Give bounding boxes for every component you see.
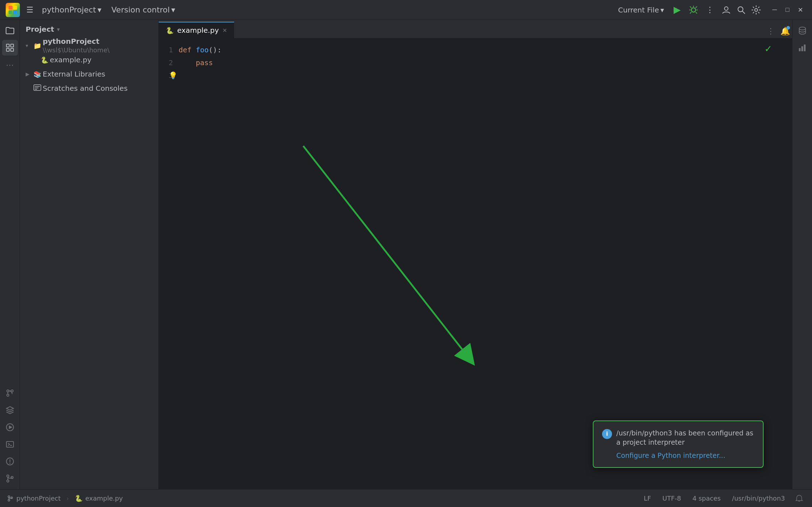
activity-git-icon[interactable] xyxy=(2,385,18,401)
minimize-button[interactable]: ─ xyxy=(769,4,781,16)
vcs-menu[interactable]: Version control ▾ xyxy=(108,4,179,16)
tab-example-py[interactable]: 🐍 example.py ✕ xyxy=(159,22,234,38)
line-numbers: 1 2 3 xyxy=(159,38,179,489)
activity-run-icon[interactable] xyxy=(2,419,18,435)
svg-rect-27 xyxy=(804,45,806,51)
folder-icon: 📁 xyxy=(33,42,41,49)
code-line-1: def foo(): xyxy=(179,43,792,56)
tooltip-message-text: /usr/bin/python3 has been configured as … xyxy=(616,428,754,447)
svg-point-7 xyxy=(755,9,758,11)
settings-icon-button[interactable] xyxy=(749,3,763,17)
project-menu[interactable]: pythonProject ▾ xyxy=(38,4,105,16)
svg-point-14 xyxy=(7,394,9,396)
svg-point-28 xyxy=(8,496,10,497)
svg-point-24 xyxy=(799,27,806,30)
titlebar-actions xyxy=(719,3,763,17)
svg-point-4 xyxy=(691,8,696,12)
main-layout: ⋯ xyxy=(0,20,812,489)
svg-point-20 xyxy=(7,480,9,482)
code-editor[interactable]: 1 2 3 def foo(): pass 💡 ✓ xyxy=(159,38,792,489)
status-file-name: example.py xyxy=(85,495,123,502)
tooltip-configure-link[interactable]: Configure a Python interpreter... xyxy=(602,451,725,459)
activity-more-icon[interactable]: ⋯ xyxy=(2,57,18,73)
right-stats-icon[interactable] xyxy=(795,40,810,56)
git-branch-icon xyxy=(7,495,14,502)
tab-close-icon[interactable]: ✕ xyxy=(222,27,227,34)
editor-tabs: 🐍 example.py ✕ ⋮ 🔔 xyxy=(159,20,792,38)
svg-rect-10 xyxy=(6,48,9,51)
status-encoding[interactable]: UTF-8 xyxy=(660,494,684,503)
notification-bell-button[interactable]: 🔔 xyxy=(778,24,792,38)
svg-rect-8 xyxy=(6,44,9,47)
func-name: foo xyxy=(196,43,209,56)
app-logo xyxy=(6,3,20,17)
tree-item-pythonproject[interactable]: ▾ 📁 pythonProject \\wsl$\Ubuntu\home\ xyxy=(20,38,158,53)
sidebar: Project ▾ ▾ 📁 pythonProject \\wsl$\Ubunt… xyxy=(20,20,159,489)
editor-area: 🐍 example.py ✕ ⋮ 🔔 1 2 3 def foo(): xyxy=(159,20,792,489)
tree-item-external-libs[interactable]: ▶ 📚 External Libraries xyxy=(20,67,158,81)
activity-branches-icon[interactable] xyxy=(2,471,18,486)
paren: (): xyxy=(209,43,221,56)
svg-rect-1 xyxy=(13,6,17,10)
svg-point-5 xyxy=(724,7,728,10)
tree-item-scratches[interactable]: Scratches and Consoles xyxy=(20,81,158,95)
status-bar: pythonProject › 🐍 example.py LF UTF-8 4 … xyxy=(0,489,812,507)
activity-project-icon[interactable] xyxy=(2,40,18,56)
status-indent[interactable]: 4 spaces xyxy=(690,494,723,503)
activity-folders-icon[interactable] xyxy=(2,23,18,38)
sidebar-tree: ▾ 📁 pythonProject \\wsl$\Ubuntu\home\ 🐍 … xyxy=(20,38,158,489)
keyword-def: def xyxy=(179,43,191,56)
run-config-selector[interactable]: Current File ▾ xyxy=(615,4,668,16)
activity-layers-icon[interactable] xyxy=(2,402,18,418)
sidebar-title: Project xyxy=(26,25,54,33)
svg-rect-2 xyxy=(9,10,12,14)
right-database-icon[interactable] xyxy=(795,23,810,38)
scratches-icon xyxy=(33,84,41,92)
status-project-name: pythonProject xyxy=(16,495,61,502)
status-project[interactable]: pythonProject xyxy=(7,495,61,502)
keyword-pass: pass xyxy=(196,56,213,69)
svg-point-18 xyxy=(9,463,10,464)
svg-rect-25 xyxy=(799,48,801,51)
debug-button[interactable] xyxy=(687,3,700,17)
tree-arrow-icon: ▾ xyxy=(26,43,32,48)
library-icon: 📚 xyxy=(33,70,41,78)
code-line-3: 💡 xyxy=(179,69,792,82)
activity-bar: ⋯ xyxy=(0,20,20,489)
status-file[interactable]: 🐍 example.py xyxy=(75,495,123,502)
tooltip-info-icon: i xyxy=(602,429,612,439)
hamburger-menu-icon[interactable]: ☰ xyxy=(24,3,36,16)
svg-point-12 xyxy=(7,390,9,392)
account-icon-button[interactable] xyxy=(719,3,733,17)
tab-more-button[interactable]: ⋮ xyxy=(764,24,778,38)
tree-item-example-py[interactable]: 🐍 example.py xyxy=(20,53,158,67)
close-button[interactable]: ✕ xyxy=(794,4,806,16)
more-actions-button[interactable]: ⋮ xyxy=(703,3,717,17)
status-breadcrumb-sep: › xyxy=(67,495,69,502)
status-file-icon: 🐍 xyxy=(75,495,83,502)
code-line-2: pass xyxy=(179,56,792,69)
activity-alert-icon[interactable] xyxy=(2,454,18,469)
tooltip-message-row: i /usr/bin/python3 has been configured a… xyxy=(602,428,754,447)
status-interpreter[interactable]: /usr/bin/python3 xyxy=(729,494,788,503)
search-icon-button[interactable] xyxy=(734,3,748,17)
tree-collapsed-arrow-icon: ▶ xyxy=(26,71,32,77)
svg-point-29 xyxy=(8,499,10,501)
bell-badge xyxy=(786,26,790,30)
sidebar-header: Project ▾ xyxy=(20,20,158,38)
sidebar-chevron-icon: ▾ xyxy=(57,26,60,33)
titlebar: ☰ pythonProject ▾ Version control ▾ Curr… xyxy=(0,0,812,20)
svg-rect-11 xyxy=(11,48,14,51)
status-lf[interactable]: LF xyxy=(641,494,654,503)
run-button[interactable]: ▶ xyxy=(670,3,684,17)
lightbulb-icon: 💡 xyxy=(169,69,178,82)
status-notify-icon[interactable] xyxy=(793,493,805,504)
svg-rect-9 xyxy=(11,44,14,47)
activity-terminal-icon[interactable] xyxy=(2,437,18,452)
window-controls: ─ □ ✕ xyxy=(769,4,806,16)
svg-point-19 xyxy=(7,475,9,477)
maximize-button[interactable]: □ xyxy=(781,4,793,16)
tooltip-popup: i /usr/bin/python3 has been configured a… xyxy=(593,420,764,468)
tab-python-icon: 🐍 xyxy=(166,27,174,34)
python-file-icon: 🐍 xyxy=(41,56,48,64)
